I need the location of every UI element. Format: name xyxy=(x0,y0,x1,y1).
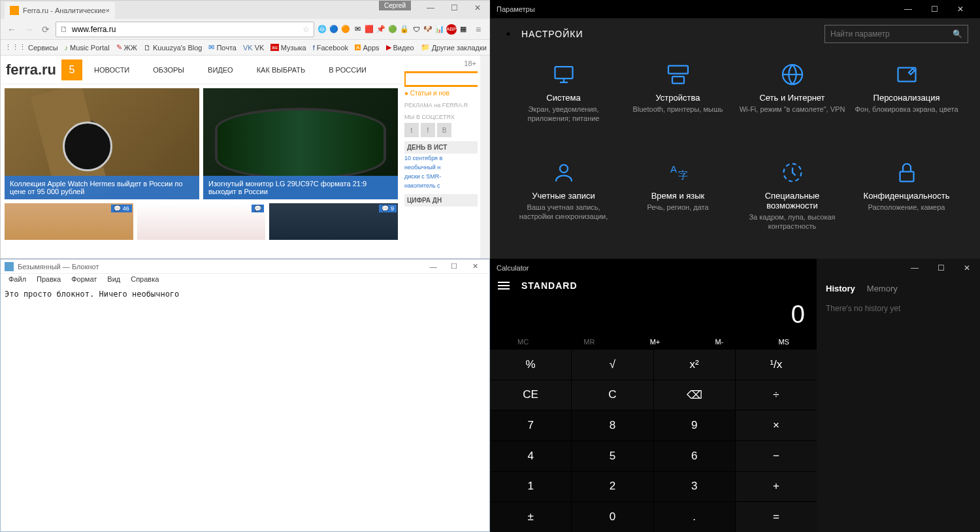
forward-button[interactable]: → xyxy=(22,22,36,37)
thumb[interactable]: 💬 9 xyxy=(269,203,398,240)
settings-item-privacy[interactable]: Конфиденциальность Расположение, камера xyxy=(853,161,960,246)
minimize-button[interactable]: — xyxy=(423,260,444,273)
btn-multiply[interactable]: × xyxy=(736,410,817,441)
settings-item-system[interactable]: Система Экран, уведомления, приложения; … xyxy=(510,63,617,148)
bookmark-item[interactable]: VKVK xyxy=(243,44,264,52)
menu-file[interactable]: Файл xyxy=(3,274,31,287)
bookmark-item[interactable]: ♪Music Portal xyxy=(65,44,110,52)
ext-icon[interactable]: ABP xyxy=(446,24,457,35)
mem-mc[interactable]: MC xyxy=(517,338,529,346)
notepad-text-area[interactable]: Это просто блокнот. Ничего необычного xyxy=(1,287,489,531)
menu-view[interactable]: Вид xyxy=(102,274,125,287)
side-link[interactable]: накопитель с xyxy=(404,181,478,190)
btn-minus[interactable]: − xyxy=(736,441,817,471)
btn-decimal[interactable]: . xyxy=(654,502,735,532)
btn-negate[interactable]: ± xyxy=(490,502,571,532)
browser-tab[interactable]: Ferra.ru - Аналитические × xyxy=(5,2,115,19)
btn-equals[interactable]: = xyxy=(736,502,817,532)
articles-link[interactable]: ● Статьи и нов xyxy=(404,90,478,97)
minimize-button[interactable]: — xyxy=(419,1,442,15)
menu-edit[interactable]: Правка xyxy=(31,274,66,287)
maximize-button[interactable]: ☐ xyxy=(921,0,947,18)
maximize-button[interactable]: ☐ xyxy=(444,260,465,273)
settings-item-devices[interactable]: Устройства Bluetooth, принтеры, мышь xyxy=(624,63,732,148)
nav-link[interactable]: ВИДЕО xyxy=(196,56,245,84)
menu-format[interactable]: Формат xyxy=(66,274,102,287)
thumb[interactable]: 💬 46 xyxy=(5,203,133,240)
btn-2[interactable]: 2 xyxy=(572,472,653,502)
settings-item-personalization[interactable]: Персонализация Фон, блокировка экрана, ц… xyxy=(853,63,960,148)
ext-icon[interactable]: 🟢 xyxy=(387,24,398,35)
btn-9[interactable]: 9 xyxy=(654,410,735,441)
tab-close-icon[interactable]: × xyxy=(106,7,110,14)
menu-help[interactable]: Справка xyxy=(125,274,164,287)
nav-link[interactable]: В РОССИИ xyxy=(317,56,378,84)
btn-square[interactable]: x² xyxy=(654,350,735,380)
bookmark-item[interactable]: fFacebook xyxy=(313,44,348,52)
btn-reciprocal[interactable]: ¹/x xyxy=(736,350,817,380)
search-input[interactable]: 🔍 xyxy=(825,25,968,43)
ext-icon[interactable]: ✉ xyxy=(352,24,363,35)
btn-4[interactable]: 4 xyxy=(490,441,571,471)
nav-link[interactable]: НОВОСТИ xyxy=(82,56,141,84)
btn-6[interactable]: 6 xyxy=(654,441,735,471)
side-link[interactable]: диски с SMR- xyxy=(404,172,478,181)
settings-item-accounts[interactable]: Учетные записи Ваша учетная запись, наст… xyxy=(510,161,617,246)
url-input[interactable]: 🗋 www.ferra.ru ☆ xyxy=(56,22,314,37)
ext-icon[interactable]: 🔵 xyxy=(329,24,339,35)
btn-plus[interactable]: + xyxy=(736,472,817,502)
close-button[interactable]: ✕ xyxy=(466,1,489,15)
back-button[interactable]: ← xyxy=(5,22,19,37)
btn-c[interactable]: C xyxy=(572,380,653,410)
mem-mr[interactable]: MR xyxy=(583,338,595,346)
ext-icon[interactable]: ▦ xyxy=(458,24,468,35)
close-button[interactable]: ✕ xyxy=(465,260,485,273)
side-link[interactable]: необычный н xyxy=(404,163,478,172)
btn-5[interactable]: 5 xyxy=(572,441,653,471)
bookmark-item[interactable]: asМузыка xyxy=(270,44,306,52)
btn-0[interactable]: 0 xyxy=(572,502,653,532)
site-info-icon[interactable]: 🗋 xyxy=(60,25,69,34)
btn-7[interactable]: 7 xyxy=(490,410,571,441)
bookmark-star-icon[interactable]: ☆ xyxy=(302,25,310,34)
twitter-icon[interactable]: t xyxy=(404,123,419,137)
ext-icon[interactable]: 🟠 xyxy=(340,24,351,35)
mem-ms[interactable]: MS xyxy=(778,338,789,346)
btn-ce[interactable]: CE xyxy=(490,380,571,410)
ext-icon[interactable]: 📊 xyxy=(434,24,445,35)
tab-memory[interactable]: Memory xyxy=(867,284,898,293)
hero-card[interactable]: Изогнутый монитор LG 29UC97C формата 21:… xyxy=(203,88,398,199)
ext-icon[interactable]: 🔒 xyxy=(399,24,410,35)
ext-icon[interactable]: 🌐 xyxy=(317,24,327,35)
ferra-logo[interactable]: ferra.ru xyxy=(1,61,61,78)
close-button[interactable]: ✕ xyxy=(947,0,973,18)
mem-mminus[interactable]: M- xyxy=(715,338,723,346)
search-box[interactable] xyxy=(404,71,478,87)
bookmark-item[interactable]: ✉Почта xyxy=(208,43,237,52)
ext-icon[interactable]: 🐶 xyxy=(423,24,433,35)
search-input[interactable] xyxy=(406,73,489,85)
settings-item-time[interactable]: A字 Время и язык Речь, регион, дата xyxy=(624,161,732,246)
maximize-button[interactable]: ☐ xyxy=(928,259,954,277)
settings-item-network[interactable]: Сеть и Интернет Wi-Fi, режим "в самолете… xyxy=(738,63,846,148)
btn-8[interactable]: 8 xyxy=(572,410,653,441)
hamburger-icon[interactable] xyxy=(498,280,510,291)
other-bookmarks[interactable]: 📁 Другие закладки xyxy=(421,43,487,52)
btn-sqrt[interactable]: √ xyxy=(572,350,653,380)
btn-percent[interactable]: % xyxy=(490,350,571,380)
scrollbar[interactable] xyxy=(480,56,489,258)
nav-link[interactable]: ОБЗОРЫ xyxy=(141,56,196,84)
ext-icon[interactable]: 🛡 xyxy=(411,24,421,35)
minimize-button[interactable]: — xyxy=(895,0,921,18)
facebook-icon[interactable]: f xyxy=(421,123,435,137)
bookmark-item[interactable]: AApps xyxy=(355,44,379,52)
side-link[interactable]: 10 сентября в xyxy=(404,154,478,163)
bookmark-item[interactable]: 🗋Kuuuzya's Blog xyxy=(144,44,202,52)
minimize-button[interactable]: — xyxy=(902,259,928,277)
btn-1[interactable]: 1 xyxy=(490,472,571,502)
search-icon[interactable]: 🔍 xyxy=(953,29,962,39)
settings-item-accessibility[interactable]: Специальные возможности За кадром, лупа,… xyxy=(738,161,846,246)
btn-divide[interactable]: ÷ xyxy=(736,380,817,410)
maximize-button[interactable]: ☐ xyxy=(442,1,466,15)
thumb[interactable]: 💬 xyxy=(137,203,266,240)
